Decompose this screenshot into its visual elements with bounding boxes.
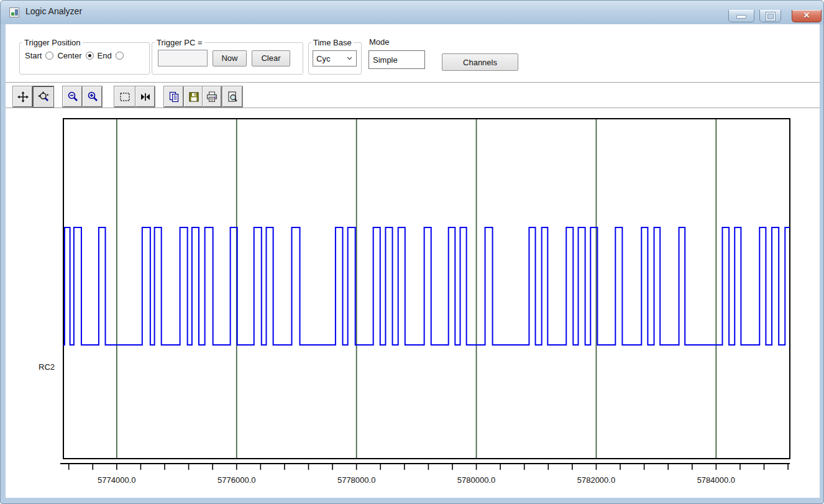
time-base-value: Cyc bbox=[316, 54, 330, 63]
select-region-button[interactable] bbox=[114, 86, 135, 107]
toolbar bbox=[6, 86, 820, 107]
close-button[interactable]: ✕ bbox=[792, 10, 822, 22]
mode-value: Simple bbox=[373, 55, 398, 65]
time-base-select[interactable]: Cyc bbox=[313, 50, 357, 66]
window-content: Trigger Position Start Center End Trigge… bbox=[6, 24, 820, 498]
save-icon bbox=[188, 91, 200, 103]
time-base-label: Time Base bbox=[311, 38, 354, 47]
trigger-pc-group: Trigger PC = Now Clear bbox=[152, 38, 303, 75]
zoom-out-button[interactable] bbox=[63, 86, 82, 107]
x-tick-label: 5778000.0 bbox=[337, 475, 375, 485]
trigger-position-label: Trigger Position bbox=[22, 38, 83, 47]
trigger-position-options: Start Center End bbox=[20, 47, 149, 60]
maximize-button[interactable] bbox=[759, 10, 781, 22]
x-tick-label: 5784000.0 bbox=[697, 475, 735, 485]
print-preview-button[interactable] bbox=[222, 86, 242, 107]
pan-tool-button[interactable] bbox=[13, 86, 32, 107]
clear-button[interactable]: Clear bbox=[252, 50, 290, 66]
mode-label: Mode bbox=[369, 37, 390, 47]
radio-end[interactable] bbox=[116, 52, 124, 60]
trigger-pc-input[interactable] bbox=[158, 50, 208, 66]
x-tick-label: 5780000.0 bbox=[457, 475, 495, 485]
channels-button[interactable]: Channels bbox=[442, 53, 518, 71]
titlebar[interactable]: Logic Analyzer ✕ bbox=[1, 1, 823, 24]
close-icon: ✕ bbox=[792, 11, 821, 20]
window-title: Logic Analyzer bbox=[25, 6, 82, 16]
maximize-icon bbox=[766, 12, 775, 21]
print-preview-icon bbox=[226, 91, 239, 103]
zoom-window-icon bbox=[37, 91, 50, 103]
radio-label-center: Center bbox=[57, 51, 81, 60]
selection-rectangle-icon bbox=[119, 91, 131, 103]
mode-value-box[interactable]: Simple bbox=[369, 50, 425, 69]
minimize-button[interactable] bbox=[728, 10, 754, 22]
x-tick-label: 5774000.0 bbox=[98, 475, 135, 485]
chevron-down-icon bbox=[347, 57, 352, 60]
copy-icon bbox=[168, 91, 180, 103]
zoom-window-tool-button[interactable] bbox=[33, 86, 53, 107]
waveform-canvas[interactable]: 5774000.05776000.05778000.05780000.05782… bbox=[6, 109, 820, 498]
pan-icon bbox=[17, 91, 29, 103]
app-icon bbox=[9, 7, 19, 17]
divider bbox=[6, 82, 820, 85]
trigger-pc-label: Trigger PC = bbox=[155, 38, 204, 47]
zoom-out-icon bbox=[66, 91, 79, 103]
zoom-in-icon bbox=[86, 91, 99, 103]
radio-center[interactable] bbox=[86, 52, 94, 60]
markers-inward-icon bbox=[139, 91, 152, 103]
logic-analyzer-window: Logic Analyzer ✕ Trigger Position Start … bbox=[0, 0, 824, 504]
copy-button[interactable] bbox=[164, 86, 183, 107]
zoom-in-button[interactable] bbox=[83, 86, 102, 107]
trigger-position-group: Trigger Position Start Center End bbox=[19, 38, 150, 75]
waveform-plot-area[interactable]: RC2 5774000.05776000.05778000.05780000.0… bbox=[6, 109, 820, 498]
minimize-icon bbox=[736, 15, 746, 19]
radio-label-start: Start bbox=[25, 51, 42, 60]
collapse-markers-button[interactable] bbox=[135, 86, 155, 107]
save-button[interactable] bbox=[184, 86, 203, 107]
radio-start[interactable] bbox=[45, 52, 53, 60]
plot-border bbox=[63, 119, 790, 459]
print-icon bbox=[206, 91, 218, 103]
x-tick-label: 5776000.0 bbox=[217, 475, 255, 485]
radio-label-end: End bbox=[98, 51, 112, 60]
print-button[interactable] bbox=[203, 86, 221, 107]
waveform-trace bbox=[63, 227, 790, 345]
x-tick-label: 5782000.0 bbox=[577, 475, 615, 485]
now-button[interactable]: Now bbox=[213, 50, 247, 66]
time-base-group: Time Base Cyc bbox=[308, 38, 362, 75]
